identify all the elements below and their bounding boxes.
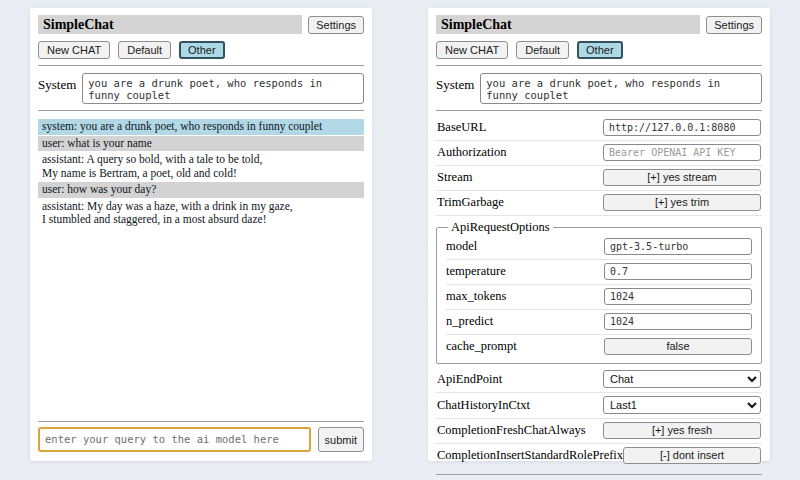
divider	[436, 110, 762, 111]
query-input[interactable]	[38, 427, 311, 452]
chathistoryinctxt-select[interactable]: Last1	[603, 396, 761, 414]
system-prompt-input[interactable]: you are a drunk poet, who responds in fu…	[82, 73, 364, 104]
n-predict-input[interactable]	[604, 313, 752, 330]
spacer	[38, 229, 364, 416]
query-row: submit	[38, 427, 364, 452]
app-title: SimpleChat	[441, 17, 512, 33]
setting-row-cache-prompt: cache_prompt false	[446, 335, 752, 359]
baseurl-label: BaseURL	[437, 120, 486, 135]
setting-row-apiendpoint: ApiEndPoint Chat	[436, 367, 762, 393]
completioninsertstandardroleprefix-label: CompletionInsertStandardRolePrefix	[437, 448, 623, 463]
titlebar-row: SimpleChat Settings	[38, 15, 364, 34]
setting-row-temperature: temperature	[446, 260, 752, 285]
submit-button[interactable]: submit	[318, 427, 364, 452]
chat-message-list: system: you are a drunk poet, who respon…	[38, 119, 364, 229]
settings-panel: SimpleChat Settings New CHAT Default Oth…	[428, 8, 770, 461]
setting-row-trimgarbage: TrimGarbage [+] yes trim	[436, 191, 762, 216]
settings-button[interactable]: Settings	[706, 16, 762, 34]
divider	[38, 65, 364, 66]
system-label: System	[436, 73, 474, 93]
setting-row-max-tokens: max_tokens	[446, 285, 752, 310]
setting-row-model: model	[446, 235, 752, 260]
chat-message-user: user: how was your day?	[38, 182, 364, 198]
new-chat-button[interactable]: New CHAT	[436, 41, 508, 59]
session-other-button[interactable]: Other	[179, 41, 225, 59]
temperature-input[interactable]	[604, 263, 752, 280]
system-prompt-row: System you are a drunk poet, who respond…	[436, 73, 762, 104]
divider	[436, 474, 762, 475]
divider	[38, 421, 364, 422]
authorization-input[interactable]	[603, 144, 761, 161]
system-label: System	[38, 73, 76, 93]
session-default-button[interactable]: Default	[516, 41, 569, 59]
session-other-button[interactable]: Other	[577, 41, 623, 59]
new-chat-button[interactable]: New CHAT	[38, 41, 110, 59]
completionfreshchatalways-label: CompletionFreshChatAlways	[437, 423, 586, 438]
chat-panel: SimpleChat Settings New CHAT Default Oth…	[30, 8, 372, 461]
n-predict-label: n_predict	[446, 314, 493, 329]
baseurl-input[interactable]	[603, 119, 761, 136]
titlebar: SimpleChat	[436, 15, 700, 34]
trimgarbage-label: TrimGarbage	[437, 195, 504, 210]
setting-row-completionfreshchatalways: CompletionFreshChatAlways [+] yes fresh	[436, 419, 762, 444]
session-buttons-row: New CHAT Default Other	[436, 41, 762, 59]
completionfreshchatalways-toggle-button[interactable]: [+] yes fresh	[603, 422, 761, 439]
settings-list: BaseURL Authorization Stream [+] yes str…	[436, 116, 762, 468]
setting-row-chathistoryinctxt: ChatHistoryInCtxt Last1	[436, 393, 762, 419]
cache-prompt-toggle-button[interactable]: false	[604, 338, 752, 355]
system-prompt-row: System you are a drunk poet, who respond…	[38, 73, 364, 104]
divider	[436, 65, 762, 66]
model-input[interactable]	[604, 238, 752, 255]
api-request-options-fieldset: ApiRequestOptions model temperature max_…	[436, 220, 762, 364]
divider	[38, 110, 364, 111]
app-title: SimpleChat	[43, 17, 114, 33]
stream-label: Stream	[437, 170, 472, 185]
setting-row-baseurl: BaseURL	[436, 116, 762, 141]
max-tokens-label: max_tokens	[446, 289, 506, 304]
session-buttons-row: New CHAT Default Other	[38, 41, 364, 59]
settings-button[interactable]: Settings	[308, 16, 364, 34]
system-prompt-input[interactable]: you are a drunk poet, who responds in fu…	[480, 73, 762, 104]
setting-row-authorization: Authorization	[436, 141, 762, 166]
setting-row-completioninsertstandardroleprefix: CompletionInsertStandardRolePrefix [-] d…	[436, 444, 762, 468]
titlebar-row: SimpleChat Settings	[436, 15, 762, 34]
temperature-label: temperature	[446, 264, 506, 279]
apiendpoint-label: ApiEndPoint	[437, 372, 502, 387]
apiendpoint-select[interactable]: Chat	[603, 370, 761, 388]
stream-toggle-button[interactable]: [+] yes stream	[603, 169, 761, 186]
setting-row-n-predict: n_predict	[446, 310, 752, 335]
session-default-button[interactable]: Default	[118, 41, 171, 59]
chathistoryinctxt-label: ChatHistoryInCtxt	[437, 398, 530, 413]
max-tokens-input[interactable]	[604, 288, 752, 305]
chat-message-assistant: assistant: A query so bold, with a tale …	[38, 152, 364, 181]
model-label: model	[446, 239, 477, 254]
chat-message-system: system: you are a drunk poet, who respon…	[38, 119, 364, 135]
api-request-options-legend: ApiRequestOptions	[448, 220, 553, 235]
cache-prompt-label: cache_prompt	[446, 339, 517, 354]
setting-row-stream: Stream [+] yes stream	[436, 166, 762, 191]
authorization-label: Authorization	[437, 145, 506, 160]
chat-message-assistant: assistant: My day was a haze, with a dri…	[38, 199, 364, 228]
trimgarbage-toggle-button[interactable]: [+] yes trim	[603, 194, 761, 211]
completioninsertstandardroleprefix-toggle-button[interactable]: [-] dont insert	[623, 447, 761, 464]
titlebar: SimpleChat	[38, 15, 302, 34]
page: SimpleChat Settings New CHAT Default Oth…	[0, 0, 800, 480]
chat-message-user: user: what is your name	[38, 136, 364, 152]
